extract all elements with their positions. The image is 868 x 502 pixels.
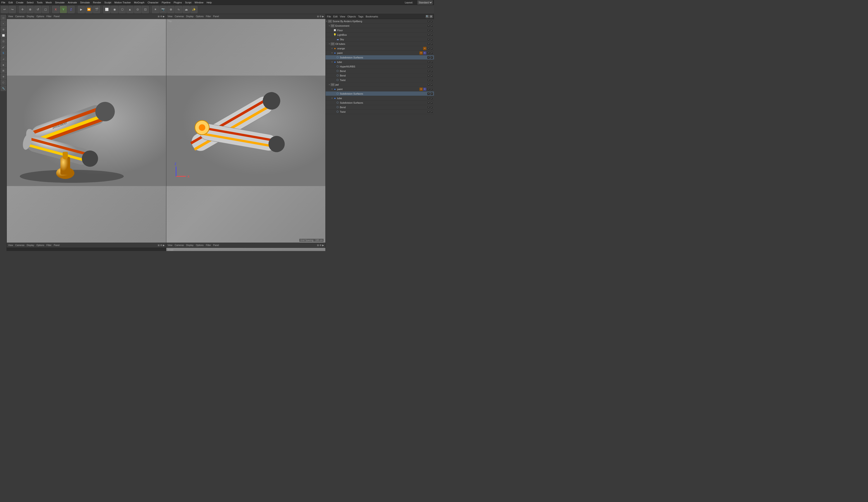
sidebar-s-btn[interactable]: S xyxy=(1,50,6,56)
eye-red-subdiv1[interactable]: ✓ xyxy=(430,56,433,59)
landscape-button[interactable]: ⛰ xyxy=(183,6,190,13)
menu-edit[interactable]: Edit xyxy=(9,1,13,4)
sidebar-tool1-btn[interactable]: ⊿ xyxy=(1,56,6,62)
tree-mat-tag-paint[interactable]: M xyxy=(420,51,423,54)
tree-expand-tube[interactable]: ▼ xyxy=(331,61,333,63)
tree-item-subdiv3[interactable]: ⬡Subdivision Surfaces✓✓ xyxy=(326,101,434,105)
vp-panel-btn[interactable]: Panel xyxy=(54,15,60,18)
menu-help[interactable]: Help xyxy=(207,1,212,4)
eye-green-jad[interactable]: ✓ xyxy=(427,83,430,86)
tree-item-orange[interactable]: ▼●orangeM✓✓ xyxy=(326,46,434,51)
tree-item-tube2[interactable]: ▼●tube✓✓ xyxy=(326,96,434,101)
tree-mat-tag-orange[interactable]: M xyxy=(423,47,426,50)
tree-expand-env[interactable]: ▼ xyxy=(328,25,331,27)
sidebar-tool2-btn[interactable]: ◈ xyxy=(1,62,6,68)
viewport-top[interactable]: View Cameras Display Options Filter Pane… xyxy=(166,14,326,243)
vp-display-btn[interactable]: Display xyxy=(27,15,34,18)
vp-right-settings-icon[interactable]: ⚙ xyxy=(160,244,162,246)
vp-right-view-btn[interactable]: View xyxy=(8,244,13,246)
vp-right-cameras-btn[interactable]: Cameras xyxy=(16,244,25,246)
tree-item-twist2[interactable]: ⬡Twist✓✓ xyxy=(326,110,434,114)
cylinder-button[interactable]: ⬡ xyxy=(118,6,126,13)
tree-item-scene[interactable]: ▼L0Scene By Anders Kjellberg✓✓ xyxy=(326,19,434,23)
sidebar-mode-btn[interactable]: ◻ xyxy=(1,15,6,20)
vp-front-render-icon[interactable]: ▶ xyxy=(322,244,324,246)
tree-item-subdiv2[interactable]: ⬡Subdivision Surfaces✓✓ xyxy=(326,91,434,96)
vp-top-panel-btn[interactable]: Panel xyxy=(213,15,219,18)
tree-expand-tube2[interactable]: ▼ xyxy=(331,97,333,99)
vp-top-settings-icon[interactable]: ⚙ xyxy=(320,15,322,18)
eye-red-paint2[interactable]: ✓ xyxy=(430,88,433,91)
vp-render-icon[interactable]: ▶ xyxy=(163,15,165,18)
tree-item-bend3[interactable]: ⬡Bend✓✓ xyxy=(326,105,434,110)
eye-green-subdiv1[interactable]: ✓ xyxy=(427,56,430,59)
vp-top-maximize-icon[interactable]: ⊞ xyxy=(317,15,319,18)
tree-item-subdiv1[interactable]: ⬡Subdivision Surfaces✓✓ xyxy=(326,55,434,60)
eye-red-sky[interactable]: ✓ xyxy=(430,38,433,41)
om-bookmarks-btn[interactable]: Bookmarks xyxy=(366,15,378,18)
eye-green-tube[interactable]: ✓ xyxy=(427,61,430,63)
vp-top-cameras-btn[interactable]: Cameras xyxy=(175,15,184,18)
undo-button[interactable]: ↩ xyxy=(1,6,8,13)
vp-view-btn[interactable]: View xyxy=(8,15,13,18)
tree-item-jad[interactable]: ▼L0jad✓✓ xyxy=(326,82,434,87)
vp-right-display-btn[interactable]: Display xyxy=(27,244,34,246)
rotate-button[interactable]: ↺ xyxy=(34,6,41,13)
sidebar-poly-btn[interactable]: ⬜ xyxy=(1,33,6,38)
eye-green-floor[interactable]: ✓ xyxy=(427,29,430,32)
vp-front-filter-btn[interactable]: Filter xyxy=(206,244,211,246)
tree-item-sky[interactable]: ☁Sky✓✓ xyxy=(326,37,434,42)
viewport-front[interactable]: View Cameras Display Options Filter Pane… xyxy=(166,243,326,251)
tree-expand-orange[interactable]: ▼ xyxy=(331,47,333,50)
sidebar-tool4-btn[interactable]: ⊕ xyxy=(1,74,6,79)
vp-front-display-btn[interactable]: Display xyxy=(186,244,194,246)
vp-right-options-btn[interactable]: Options xyxy=(37,244,44,246)
menu-animate[interactable]: Animate xyxy=(68,1,77,4)
camera-button[interactable]: 📷 xyxy=(159,6,167,13)
torus-button[interactable]: ⊙ xyxy=(134,6,141,13)
eye-green-bend3[interactable]: ✓ xyxy=(427,106,430,109)
eye-red-env[interactable]: ✓ xyxy=(430,24,433,27)
vp-right-render-icon[interactable]: ▶ xyxy=(163,244,165,246)
eye-green-sky[interactable]: ✓ xyxy=(427,38,430,41)
vp-right-maximize-icon[interactable]: ⊞ xyxy=(158,244,159,246)
vp-maximize-icon[interactable]: ⊞ xyxy=(158,15,159,18)
sidebar-uv-btn[interactable]: ⊡ xyxy=(1,39,6,44)
tree-subdiv-tag-paint[interactable]: S xyxy=(423,51,426,54)
menu-file[interactable]: File xyxy=(1,1,6,4)
null-button[interactable]: ⊕ xyxy=(167,6,174,13)
sphere-button[interactable]: ◉ xyxy=(111,6,118,13)
tree-item-bend1[interactable]: ⬡Bend✓✓ xyxy=(326,69,434,73)
sidebar-tool6-btn[interactable]: 🔧 xyxy=(1,85,6,91)
scale-button[interactable]: ⊕ xyxy=(27,6,34,13)
tree-expand-paint[interactable]: ▼ xyxy=(331,52,333,54)
menu-mograph[interactable]: MoGraph xyxy=(134,1,144,4)
tree-subdiv-tag-paint2[interactable]: S xyxy=(423,88,426,91)
x-axis-button[interactable]: X xyxy=(52,6,59,13)
eye-red-jad[interactable]: ✓ xyxy=(430,83,433,86)
vp-top-view-btn[interactable]: View xyxy=(168,15,173,18)
eye-red-bend1[interactable]: ✓ xyxy=(430,70,433,72)
om-view-btn[interactable]: View xyxy=(340,15,345,18)
eye-red-twist1[interactable]: ✓ xyxy=(430,79,433,81)
menu-plugins[interactable]: Plugins xyxy=(174,1,182,4)
redo-button[interactable]: ↪ xyxy=(9,6,16,13)
vp-front-settings-icon[interactable]: ⚙ xyxy=(320,244,322,246)
eye-red-lightbox[interactable]: ✓ xyxy=(430,33,433,36)
eye-red-orange[interactable]: ✓ xyxy=(430,47,433,50)
tree-item-hypernurbs[interactable]: ⬡HyperNURBS✓✓ xyxy=(326,64,434,69)
eye-red-bend2[interactable]: ✓ xyxy=(430,74,433,77)
menu-render[interactable]: Render xyxy=(93,1,101,4)
eye-red-paint[interactable]: ✓ xyxy=(430,52,433,54)
vp-front-options-btn[interactable]: Options xyxy=(196,244,204,246)
spline-button[interactable]: ∿ xyxy=(175,6,182,13)
tree-mat-tag-paint2[interactable]: M xyxy=(420,88,423,91)
eye-red-tube[interactable]: ✓ xyxy=(430,61,433,63)
eye-red-oiltubes[interactable]: ✓ xyxy=(430,42,433,45)
cube-button[interactable]: ⬜ xyxy=(103,6,111,13)
sidebar-points-btn[interactable]: • xyxy=(1,21,6,26)
vp-top-filter-btn[interactable]: Filter xyxy=(206,15,211,18)
sidebar-tool5-btn[interactable]: ⬡ xyxy=(1,80,6,85)
vp-settings-icon[interactable]: ⚙ xyxy=(160,15,162,18)
tree-expand-paint2[interactable]: ▼ xyxy=(331,88,333,90)
